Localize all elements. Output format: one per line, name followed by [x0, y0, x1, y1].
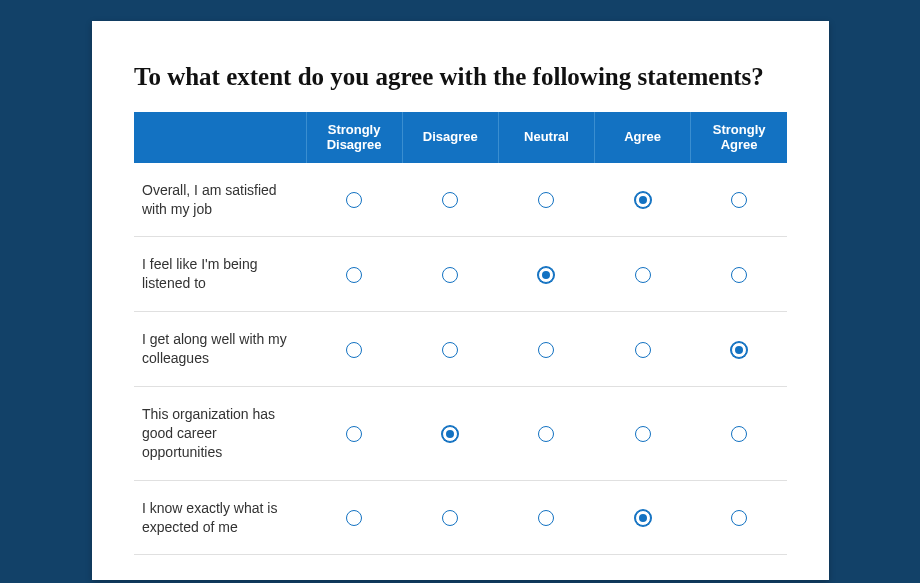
radio-option[interactable] [346, 426, 362, 442]
table-row: I feel like I'm being listened to [134, 237, 787, 312]
table-header: Agree [595, 112, 691, 163]
radio-cell [498, 163, 594, 237]
radio-option[interactable] [442, 267, 458, 283]
radio-cell [595, 480, 691, 555]
radio-option[interactable] [731, 342, 747, 358]
radio-cell [306, 163, 402, 237]
table-header-row: Strongly Disagree Disagree Neutral Agree… [134, 112, 787, 163]
table-row: I get along well with my colleagues [134, 312, 787, 387]
radio-cell [691, 312, 787, 387]
table-header: Disagree [402, 112, 498, 163]
radio-option[interactable] [346, 342, 362, 358]
radio-option[interactable] [538, 426, 554, 442]
radio-option[interactable] [346, 267, 362, 283]
radio-option[interactable] [538, 192, 554, 208]
radio-cell [498, 237, 594, 312]
radio-cell [691, 480, 787, 555]
radio-cell [402, 480, 498, 555]
radio-cell [595, 387, 691, 481]
radio-option[interactable] [635, 342, 651, 358]
radio-cell [595, 312, 691, 387]
radio-cell [306, 480, 402, 555]
radio-cell [691, 387, 787, 481]
radio-cell [306, 312, 402, 387]
radio-option[interactable] [442, 192, 458, 208]
radio-option[interactable] [346, 192, 362, 208]
table-header: Strongly Disagree [306, 112, 402, 163]
radio-cell [498, 387, 594, 481]
table-header: Neutral [498, 112, 594, 163]
row-label: I get along well with my colleagues [134, 312, 306, 387]
table-row: This organization has good career opport… [134, 387, 787, 481]
radio-cell [306, 237, 402, 312]
radio-cell [402, 237, 498, 312]
row-label: I feel like I'm being listened to [134, 237, 306, 312]
radio-option[interactable] [442, 510, 458, 526]
radio-option[interactable] [635, 510, 651, 526]
radio-cell [306, 387, 402, 481]
radio-option[interactable] [731, 267, 747, 283]
radio-cell [595, 237, 691, 312]
radio-cell [402, 163, 498, 237]
radio-cell [691, 237, 787, 312]
radio-cell [498, 480, 594, 555]
likert-table: Strongly Disagree Disagree Neutral Agree… [134, 112, 787, 556]
radio-option[interactable] [442, 342, 458, 358]
row-label: This organization has good career opport… [134, 387, 306, 481]
table-header-empty [134, 112, 306, 163]
radio-cell [595, 163, 691, 237]
radio-option[interactable] [346, 510, 362, 526]
radio-cell [402, 387, 498, 481]
radio-cell [691, 163, 787, 237]
radio-option[interactable] [538, 510, 554, 526]
radio-option[interactable] [731, 426, 747, 442]
radio-option[interactable] [635, 267, 651, 283]
radio-option[interactable] [538, 342, 554, 358]
row-label: I know exactly what is expected of me [134, 480, 306, 555]
radio-cell [498, 312, 594, 387]
radio-cell [402, 312, 498, 387]
radio-option[interactable] [635, 192, 651, 208]
table-row: I know exactly what is expected of me [134, 480, 787, 555]
row-label: Overall, I am satisfied with my job [134, 163, 306, 237]
radio-option[interactable] [731, 192, 747, 208]
table-header: Strongly Agree [691, 112, 787, 163]
survey-card: To what extent do you agree with the fol… [92, 21, 829, 580]
radio-option[interactable] [538, 267, 554, 283]
radio-option[interactable] [635, 426, 651, 442]
radio-option[interactable] [442, 426, 458, 442]
question-title: To what extent do you agree with the fol… [134, 61, 787, 94]
table-row: Overall, I am satisfied with my job [134, 163, 787, 237]
radio-option[interactable] [731, 510, 747, 526]
